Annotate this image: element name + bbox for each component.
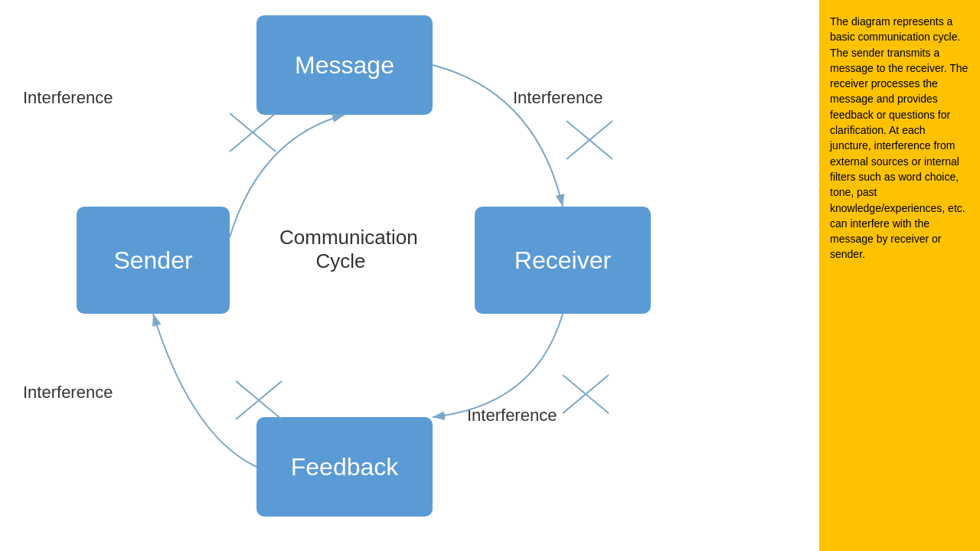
receiver-box: Receiver [475,207,651,314]
interference-bot-right: Interference [467,406,557,425]
interference-top-left: Interference [23,88,113,108]
svg-line-8 [563,375,609,413]
message-label: Message [295,51,394,80]
svg-line-2 [230,113,276,152]
receiver-label: Receiver [514,246,611,275]
message-box: Message [256,15,433,115]
svg-line-3 [567,121,612,159]
cycle-center-label: Communication Cycle [279,226,402,273]
sender-box: Sender [77,207,230,314]
svg-line-6 [236,381,282,419]
interference-top-right: Interference [513,88,603,108]
svg-line-1 [230,113,276,152]
interference-bot-left: Interference [23,383,113,403]
svg-line-7 [563,375,609,413]
svg-line-4 [567,121,612,159]
description-text: The diagram represents a basic communica… [830,14,969,262]
sender-label: Sender [113,246,192,275]
svg-line-5 [236,381,282,419]
description-panel: The diagram represents a basic communica… [819,0,980,551]
feedback-box: Feedback [256,417,433,517]
feedback-label: Feedback [291,453,399,481]
diagram-area: Message Sender Receiver Feedback Communi… [0,0,819,551]
